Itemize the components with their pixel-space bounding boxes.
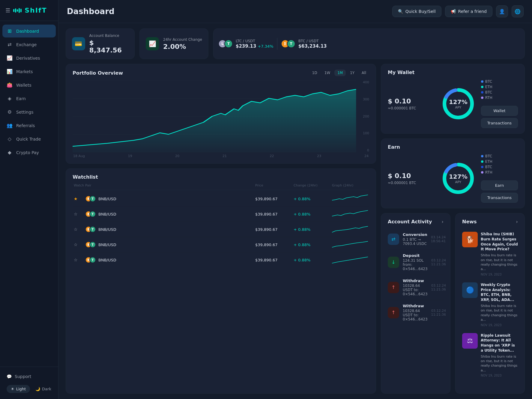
earn-transactions-button[interactable]: Transactions [481,193,518,203]
support-item[interactable]: 💬 Support [2,371,56,383]
news-description: Shiba Inu burn rate is on rise, but it i… [481,253,518,272]
watchlist-card: Watchlist Watch Pair Price Change (24hr)… [66,168,376,394]
referrals-icon: 👥 [7,123,13,128]
legend-dot [481,97,483,99]
ltc-info: LTC / USDT $239.13 +7.34% [236,39,273,49]
star-icon[interactable]: ☆ [74,242,83,247]
activity-chevron-icon[interactable]: › [442,219,444,225]
activity-type: Deposit [403,253,428,258]
globe-button[interactable]: 🌐 [512,5,524,17]
pair-coins: B T [85,226,96,233]
legend-rth: RTH [481,96,518,100]
earn-legend-btc: BTC [481,154,518,158]
sidebar-item-earn[interactable]: ◈ Earn [2,92,56,105]
coin-2: T [89,257,96,263]
pair-info: B T BNB/USD [85,195,253,202]
header: Dashboard 🔍 Quick Buy/Sell 📢 Refer a fri… [58,0,532,23]
sidebar-item-referrals[interactable]: 👥 Referrals [2,119,56,132]
legend-dot [481,155,483,157]
sidebar-item-dashboard[interactable]: ⊞ Dashboard [2,25,56,37]
star-icon[interactable]: ☆ [74,212,83,216]
news-content: Shiba Inu (SHIB) Burn Rate Surges Once A… [481,232,518,276]
watchlist-row[interactable]: ☆ B T BNB/USD $39,890.67 + 0.88% [73,222,369,237]
tab-1y[interactable]: 1Y [347,70,357,76]
sidebar: ☰ ShIfT ⊞ Dashboard ⇄ Exchange 📈 Derivat… [0,0,58,399]
watchlist-row[interactable]: ★ B T BNB/USD $39,890.67 + 0.88% [73,191,369,207]
change-value: + 0.88% [294,243,330,247]
earn-donut: 127% APY [440,160,476,196]
balance-label: Account Balance [89,34,128,38]
legend-label: RTH [485,170,492,174]
sidebar-item-wallets[interactable]: 👛 Wallets [2,79,56,91]
ltc-coins: L T [218,40,233,48]
refer-friend-button[interactable]: 📢 Refer a friend [445,6,492,17]
refer-icon: 📢 [451,9,456,14]
hamburger-icon[interactable]: ☰ [5,7,10,13]
right-column: My Wallet $ 0.10 ≈0.000001 BTC [381,64,525,394]
wallets-icon: 👛 [7,82,13,88]
dark-label: Dark [42,387,51,391]
sidebar-item-derivatives[interactable]: 📈 Derivatives [2,52,56,64]
change-info: 24hr Account Change 2.00% [163,37,202,50]
star-icon[interactable]: ★ [74,196,83,201]
wallet-right: BTC ETH BTC [481,79,518,128]
star-icon[interactable]: ☆ [74,258,83,262]
tab-all[interactable]: All [359,70,369,76]
legend-label: BTC [485,154,492,158]
earn-donut-center: 127% APY [449,173,468,184]
change-value: + 0.88% [294,227,330,232]
pair-name: BNB/USD [98,243,116,247]
watchlist-title: Watchlist [73,174,369,180]
quick-buy-sell-button[interactable]: 🔍 Quick Buy/Sell [392,6,441,17]
news-chevron-icon[interactable]: › [516,219,518,225]
wallet-transactions-button[interactable]: Transactions [481,118,518,128]
activity-details: Withdraw 10328.64 USDT to: 0×546...6423 [403,304,428,321]
tab-1d[interactable]: 1D [309,70,320,76]
activity-item: ↑ Withdraw 10328.64 USDT to: 0×546...642… [388,275,444,300]
pair-name: BNB/USD [98,258,116,262]
sidebar-item-settings[interactable]: ⚙ Settings [2,106,56,118]
earn-button[interactable]: Earn [481,180,518,190]
wallet-button[interactable]: Wallet [481,106,518,116]
ltc-ticker[interactable]: L T LTC / USDT $239.13 +7.34% [218,39,273,49]
light-theme-btn[interactable]: ☀ Light [7,385,30,393]
watchlist-row[interactable]: ☆ B T BNB/USD $39,890.67 + 0.88% [73,207,369,222]
earn-card: Earn $ 0.10 ≈0.000001 BTC [381,138,525,208]
news-item[interactable]: 🔵 Weekly Crypto Price Analysis: BTC, ETH… [462,279,518,330]
watchlist-row[interactable]: ☆ B T BNB/USD $39,890.67 + 0.88% [73,252,369,267]
light-label: Light [16,387,26,391]
crypto-pay-icon: ◆ [7,150,13,155]
tab-1m[interactable]: 1M [334,70,346,76]
sidebar-item-crypto-pay-label: Crypto Pay [16,150,39,155]
tab-1w[interactable]: 1W [321,70,333,76]
news-article-title: Ripple Lawsuit Attorney: It All Hangs on… [481,333,518,353]
change-icon: 📈 [146,37,159,50]
support-label: Support [15,374,31,379]
sidebar-item-crypto-pay[interactable]: ◆ Crypto Pay [2,146,56,159]
activity-type: Conversion [403,232,427,237]
graph-col-header: Graph (24hr) [332,183,368,187]
news-item[interactable]: 🐕 Shiba Inu (SHIB) Burn Rate Surges Once… [462,229,518,279]
sidebar-item-quick-trade[interactable]: ◇ Quick Trade [2,133,56,145]
portfolio-chart-svg [73,80,369,152]
exchange-icon: ⇄ [7,42,13,47]
top-row: 💳 Account Balance $ 8,347.56 📈 24hr Acco… [66,28,525,59]
legend-dot [481,171,483,174]
refer-label: Refer a friend [458,9,487,14]
star-icon[interactable]: ☆ [74,227,83,232]
nav-menu: ⊞ Dashboard ⇄ Exchange 📈 Derivatives 📊 M… [0,21,58,367]
quick-buy-sell-label: Quick Buy/Sell [405,9,436,14]
news-item[interactable]: ⚖️ Ripple Lawsuit Attorney: It All Hangs… [462,330,518,380]
profile-button[interactable]: 👤 [496,5,508,17]
btc-ticker[interactable]: ₿ T BTC / USDT $63,234.13 [281,39,327,49]
earn-content: $ 0.10 ≈0.000001 BTC 127% APY [388,154,518,203]
globe-icon: 🌐 [515,9,521,14]
earn-apy-pct: 127% [449,173,468,180]
wallet-amount: $ 0.10 [388,97,435,105]
dark-theme-btn[interactable]: 🌙 Dark [31,385,55,393]
balance-value: $ 8,347.56 [89,39,128,54]
watchlist-row[interactable]: ☆ B T BNB/USD $39,890.67 + 0.88% [73,237,369,252]
news-title: News [462,219,477,225]
sidebar-item-markets[interactable]: 📊 Markets [2,65,56,78]
sidebar-item-exchange[interactable]: ⇄ Exchange [2,38,56,51]
